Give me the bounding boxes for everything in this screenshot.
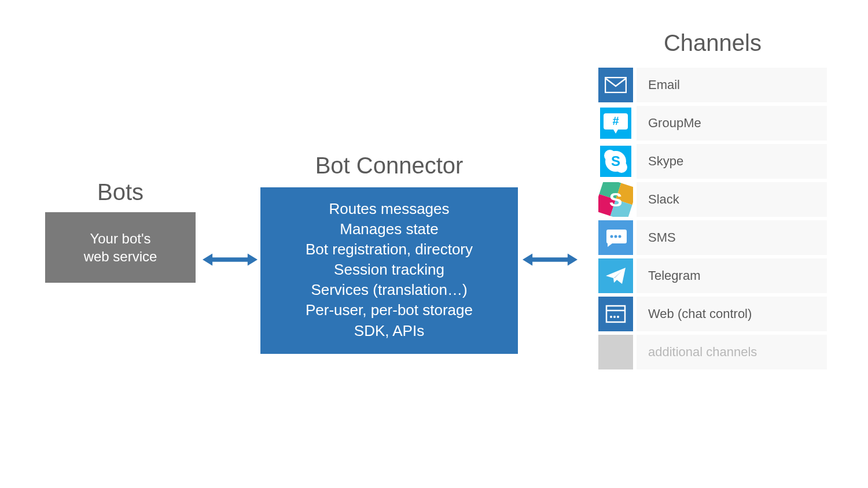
channels-title: Channels bbox=[598, 30, 827, 56]
connector-line: Services (translation…) bbox=[266, 280, 512, 300]
svg-rect-23 bbox=[606, 306, 625, 322]
channel-row-slack: S Slack bbox=[598, 182, 827, 217]
groupme-icon: # bbox=[598, 106, 633, 141]
channel-label: additional channels bbox=[637, 335, 827, 369]
connector-line: SDK, APIs bbox=[266, 321, 512, 341]
svg-point-20 bbox=[610, 235, 613, 238]
svg-point-25 bbox=[610, 316, 612, 318]
channel-row-groupme: # GroupMe bbox=[598, 106, 827, 141]
channel-row-additional: additional channels bbox=[598, 335, 827, 369]
arrow-connector-channels bbox=[523, 251, 578, 268]
connector-line: Session tracking bbox=[266, 260, 512, 280]
email-icon bbox=[598, 68, 633, 102]
svg-point-22 bbox=[619, 235, 621, 238]
svg-marker-1 bbox=[203, 254, 212, 266]
connector-line: Per-user, per-bot storage bbox=[266, 300, 512, 320]
channel-row-web: Web (chat control) bbox=[598, 297, 827, 331]
channel-label: Slack bbox=[637, 182, 827, 217]
channel-label: Skype bbox=[637, 144, 827, 179]
bots-box: Your bot's web service bbox=[45, 212, 196, 283]
web-icon bbox=[598, 297, 633, 331]
bots-title: Bots bbox=[45, 179, 196, 205]
channel-label: GroupMe bbox=[637, 106, 827, 141]
bots-box-line1: Your bot's bbox=[57, 230, 184, 247]
connector-section: Bot Connector Routes messages Manages st… bbox=[260, 153, 518, 354]
connector-box: Routes messages Manages state Bot regist… bbox=[260, 187, 518, 354]
svg-marker-5 bbox=[568, 254, 578, 266]
svg-point-26 bbox=[613, 316, 616, 318]
channel-label: Web (chat control) bbox=[637, 297, 827, 331]
skype-icon: S bbox=[598, 144, 633, 179]
bots-section: Bots Your bot's web service bbox=[45, 179, 196, 283]
connector-line: Bot registration, directory bbox=[266, 239, 512, 260]
blank-icon bbox=[598, 335, 633, 369]
svg-text:#: # bbox=[612, 114, 619, 127]
channels-section: Channels Email # GroupMe S Skype bbox=[598, 30, 827, 373]
svg-point-21 bbox=[615, 235, 617, 238]
bots-box-line2: web service bbox=[57, 247, 184, 265]
telegram-icon bbox=[598, 258, 633, 293]
sms-icon bbox=[598, 220, 633, 255]
channel-label: Email bbox=[637, 68, 827, 102]
connector-line: Routes messages bbox=[266, 199, 512, 219]
channel-label: Telegram bbox=[637, 258, 827, 293]
arrow-bots-connector bbox=[203, 251, 258, 268]
svg-text:S: S bbox=[611, 153, 620, 169]
channel-row-sms: SMS bbox=[598, 220, 827, 255]
channel-row-email: Email bbox=[598, 68, 827, 102]
channel-row-telegram: Telegram bbox=[598, 258, 827, 293]
svg-text:S: S bbox=[609, 188, 623, 210]
svg-marker-4 bbox=[523, 254, 532, 266]
connector-line: Manages state bbox=[266, 219, 512, 239]
connector-title: Bot Connector bbox=[260, 153, 518, 179]
channel-label: SMS bbox=[637, 220, 827, 255]
svg-marker-2 bbox=[248, 254, 258, 266]
slack-icon: S bbox=[598, 182, 633, 217]
channel-row-skype: S Skype bbox=[598, 144, 827, 179]
svg-point-27 bbox=[617, 316, 619, 318]
